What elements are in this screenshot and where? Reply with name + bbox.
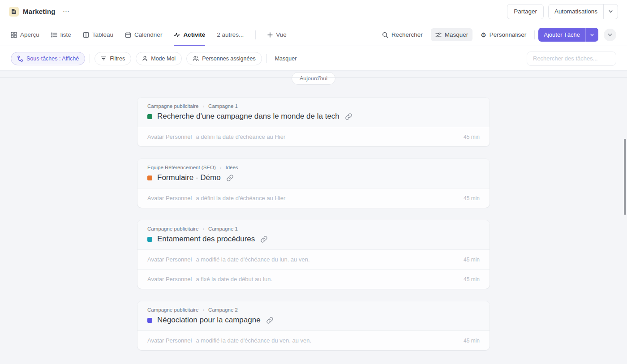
breadcrumb-item[interactable]: Campagne publicitaire (147, 226, 198, 231)
activity-stream: Aujourd'hui Campagne publicitaire›Campag… (0, 71, 627, 364)
breadcrumb-item[interactable]: Campagne 1 (208, 226, 238, 231)
activity-action: a fixé la date de début au lun. (196, 276, 273, 283)
tab-label: Aperçu (20, 31, 39, 38)
tab-label: liste (60, 31, 71, 38)
tab-activity[interactable]: Activité (174, 24, 205, 46)
activity-row[interactable]: Avatar Personnela fixé la date de début … (137, 269, 490, 289)
search-button[interactable]: Rechercher (378, 28, 427, 41)
activity-card: Campagne publicitaire›Campagne 1Entameme… (137, 220, 490, 289)
view-tabs: Aperçu liste Tableau Calendrier Activité… (11, 24, 287, 46)
task-search-input[interactable] (527, 51, 616, 66)
hide-label: Masquer (445, 31, 468, 38)
add-task-button[interactable]: Ajouter Tâche (538, 28, 598, 42)
hide-closed-button[interactable]: Masquer (271, 56, 301, 62)
tab-board[interactable]: Tableau (83, 24, 113, 46)
activity-action: a modifié la date d'échéance du ven. au … (196, 337, 312, 344)
subtasks-filter-pill[interactable]: Sous-tâches : Affiché (11, 52, 85, 65)
activity-row[interactable]: Avatar Personnela défini la date d'échéa… (137, 127, 490, 146)
add-task-chevron-icon[interactable] (585, 28, 598, 42)
link-icon[interactable] (266, 317, 273, 324)
search-label: Rechercher (391, 31, 423, 38)
activity-author: Avatar Personnel (147, 195, 192, 201)
breadcrumb-item[interactable]: Equipe Référencement (SEO) (147, 165, 216, 170)
assignees-pill[interactable]: Personnes assignées (186, 52, 262, 65)
tab-label: Activité (183, 31, 205, 38)
task-status-icon[interactable] (147, 237, 152, 242)
task-title[interactable]: Formulaire - Démo (157, 173, 221, 182)
automations-button[interactable]: Automatisations (548, 4, 618, 19)
task-title[interactable]: Entamement des procédures (157, 235, 255, 244)
activity-author: Avatar Personnel (147, 256, 192, 263)
breadcrumb-separator: › (202, 226, 204, 231)
activity-feed: Campagne publicitaire›Campagne 1Recherch… (137, 98, 490, 350)
task-header[interactable]: Equipe Référencement (SEO)›IdéesFormulai… (137, 159, 490, 188)
activity-author: Avatar Personnel (147, 276, 192, 283)
task-title[interactable]: Négociation pour la campagne (157, 316, 261, 325)
more-views-button[interactable]: 2 autres... (217, 24, 244, 46)
link-icon[interactable] (345, 113, 352, 120)
tab-overview[interactable]: Aperçu (11, 24, 39, 46)
add-task-label[interactable]: Ajouter Tâche (538, 28, 585, 42)
breadcrumb: Campagne publicitaire›Campagne 2 (147, 307, 480, 313)
gear-icon: ⚙ (481, 32, 486, 38)
divider (534, 30, 535, 39)
breadcrumb-item[interactable]: Campagne publicitaire (147, 307, 198, 313)
page-title: Marketing (23, 8, 56, 15)
assignees-label: Personnes assignées (202, 56, 256, 62)
add-view-button[interactable]: Vue (267, 24, 287, 46)
task-title-row: Entamement des procédures (147, 235, 480, 244)
vertical-scrollbar[interactable] (624, 139, 626, 215)
activity-row[interactable]: Avatar Personnela modifié la date d'éché… (137, 249, 490, 269)
more-options-icon[interactable]: ⋯ (63, 8, 70, 16)
activity-author: Avatar Personnel (147, 337, 192, 344)
breadcrumb-item[interactable]: Campagne publicitaire (147, 103, 198, 109)
activity-timestamp: 45 min (464, 134, 480, 140)
tab-calendar[interactable]: Calendrier (125, 24, 162, 46)
breadcrumb: Equipe Référencement (SEO)›Idées (147, 165, 480, 170)
breadcrumb-item[interactable]: Campagne 1 (208, 103, 238, 109)
task-status-icon[interactable] (147, 318, 152, 323)
divider (266, 54, 267, 63)
activity-card: Campagne publicitaire›Campagne 2Négociat… (137, 301, 490, 350)
link-icon[interactable] (261, 236, 267, 243)
breadcrumb: Campagne publicitaire›Campagne 1 (147, 103, 480, 109)
hide-button[interactable]: Masquer (431, 28, 473, 41)
breadcrumb-separator: › (202, 103, 204, 109)
activity-action: a modifié la date d'échéance du lun. au … (196, 256, 310, 263)
task-header[interactable]: Campagne publicitaire›Campagne 1Entameme… (137, 220, 490, 249)
activity-action: a défini la date d'échéance au Hier (196, 133, 286, 140)
today-pill[interactable]: Aujourd'hui (292, 72, 335, 85)
me-mode-label: Mode Moi (151, 56, 176, 62)
tab-list[interactable]: liste (51, 24, 71, 46)
filters-pill[interactable]: Filtres (94, 52, 131, 65)
me-mode-pill[interactable]: Mode Moi (136, 52, 182, 65)
activity-action: a défini la date d'échéance au Hier (196, 195, 286, 201)
date-separator-line (0, 77, 627, 78)
task-header[interactable]: Campagne publicitaire›Campagne 2Négociat… (137, 301, 490, 330)
task-status-icon[interactable] (147, 176, 152, 180)
view-tab-bar: Aperçu liste Tableau Calendrier Activité… (0, 24, 627, 46)
share-button[interactable]: Partager (507, 4, 544, 19)
customize-label: Personnaliser (490, 31, 527, 38)
activity-card: Equipe Référencement (SEO)›IdéesFormulai… (137, 159, 490, 208)
activity-row[interactable]: Avatar Personnela modifié la date d'éché… (137, 330, 490, 350)
activity-row[interactable]: Avatar Personnela défini la date d'échéa… (137, 188, 490, 208)
chevron-down-icon[interactable] (603, 4, 618, 19)
breadcrumb-item[interactable]: Campagne 2 (208, 307, 238, 313)
task-title[interactable]: Recherche d'une campagne dans le monde d… (157, 112, 339, 121)
automations-label[interactable]: Automatisations (549, 4, 603, 19)
customize-button[interactable]: ⚙ Personnaliser (476, 28, 531, 41)
link-icon[interactable] (227, 175, 233, 181)
task-header[interactable]: Campagne publicitaire›Campagne 1Recherch… (137, 98, 490, 127)
activity-timestamp: 45 min (464, 276, 480, 283)
document-icon (9, 7, 19, 17)
activity-timestamp: 45 min (464, 338, 480, 344)
breadcrumb-separator: › (220, 165, 222, 170)
top-header: Marketing ⋯ Partager Automatisations (0, 0, 627, 23)
activity-timestamp: 45 min (464, 257, 480, 263)
breadcrumb-item[interactable]: Idées (225, 165, 238, 170)
collapse-toolbar-button[interactable] (604, 29, 616, 41)
subtasks-filter-label: Sous-tâches : Affiché (26, 56, 79, 62)
task-status-icon[interactable] (147, 114, 152, 119)
activity-author: Avatar Personnel (147, 133, 192, 140)
